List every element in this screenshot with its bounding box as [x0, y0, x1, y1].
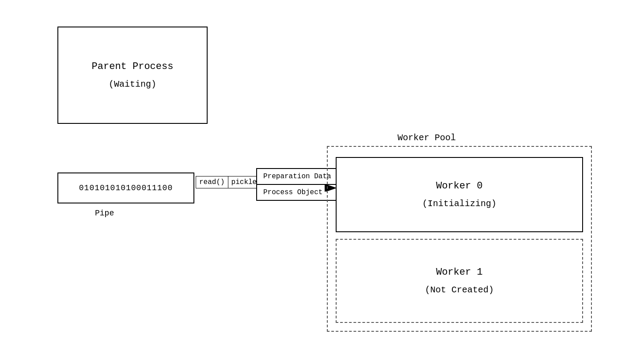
diagram-container: Parent Process (Waiting) 010101010100011…	[0, 0, 644, 345]
worker1-title: Worker 1	[436, 267, 483, 278]
pipe-label: Pipe	[95, 209, 114, 218]
pipe-binary-data: 010101010100011100	[79, 184, 173, 192]
worker0-subtitle: (Initializing)	[422, 199, 496, 209]
worker-pool-label: Worker Pool	[398, 133, 456, 143]
preparation-data-label: Preparation Data	[257, 169, 337, 185]
parent-process-title: Parent Process	[92, 61, 174, 72]
process-object-label: Process Object	[257, 185, 337, 200]
worker0-box: Worker 0 (Initializing)	[336, 157, 583, 232]
parent-process-box: Parent Process (Waiting)	[57, 27, 208, 124]
worker0-title: Worker 0	[436, 180, 483, 192]
read-pickle-container: read() pickle	[196, 176, 260, 188]
worker1-subtitle: (Not Created)	[425, 285, 494, 295]
data-boxes: Preparation Data Process Object	[256, 168, 338, 201]
parent-process-subtitle: (Waiting)	[109, 79, 156, 89]
read-label: read()	[196, 176, 228, 188]
worker1-box: Worker 1 (Not Created)	[336, 239, 583, 323]
pipe-box: 010101010100011100	[57, 172, 194, 203]
pickle-label: pickle	[228, 176, 261, 188]
